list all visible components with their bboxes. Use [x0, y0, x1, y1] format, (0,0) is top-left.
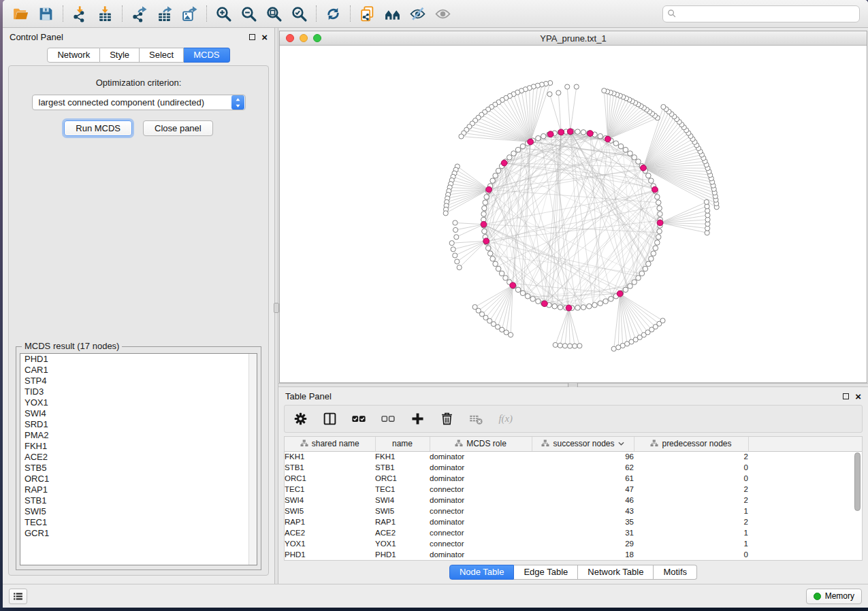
network-node[interactable]: [636, 159, 641, 165]
column-header-name[interactable]: name: [375, 437, 430, 451]
network-node[interactable]: [649, 178, 654, 184]
show-all-button[interactable]: [430, 2, 455, 25]
network-node[interactable]: [575, 129, 581, 135]
float-panel-icon[interactable]: [249, 34, 255, 40]
save-button[interactable]: [33, 2, 59, 25]
network-node[interactable]: [575, 306, 581, 311]
network-node[interactable]: [443, 211, 448, 216]
network-node[interactable]: [639, 271, 645, 276]
network-node[interactable]: [632, 155, 637, 161]
network-node[interactable]: [623, 147, 628, 152]
network-node[interactable]: [457, 265, 462, 270]
task-history-button[interactable]: [9, 589, 27, 604]
network-node[interactable]: [649, 257, 654, 262]
column-header-shared-name[interactable]: shared name: [285, 437, 375, 451]
mcds-result-item[interactable]: SRD1: [20, 419, 257, 430]
network-view-titlebar[interactable]: YPA_prune.txt_1: [280, 31, 867, 46]
network-node[interactable]: [520, 291, 526, 296]
mcds-dominator-node[interactable]: [652, 186, 658, 193]
result-scrollbar[interactable]: [248, 354, 257, 565]
network-node[interactable]: [646, 261, 652, 267]
table-row[interactable]: FKH1FKH1dominator962: [285, 451, 862, 462]
mcds-dominator-node[interactable]: [588, 131, 594, 137]
mcds-result-item[interactable]: PMA2: [20, 430, 257, 441]
mcds-result-item[interactable]: GCR1: [20, 528, 257, 539]
add-button[interactable]: [408, 410, 426, 428]
hide-selected-button[interactable]: [405, 2, 430, 25]
network-node[interactable]: [536, 299, 541, 304]
network-node[interactable]: [636, 276, 641, 281]
export-image-button[interactable]: [177, 2, 202, 25]
column-header-successor-nodes[interactable]: successor nodes: [532, 437, 634, 451]
network-canvas[interactable]: [280, 46, 867, 382]
network-node[interactable]: [525, 294, 530, 299]
tab-style[interactable]: Style: [100, 48, 140, 63]
mcds-dominator-node[interactable]: [486, 186, 492, 193]
run-mcds-button[interactable]: Run MCDS: [64, 120, 132, 136]
table-row[interactable]: SWI5SWI5connector431: [285, 506, 862, 516]
network-node[interactable]: [581, 305, 586, 310]
refresh-button[interactable]: [321, 2, 346, 25]
mcds-result-item[interactable]: PHD1: [20, 354, 257, 365]
network-node[interactable]: [592, 302, 598, 308]
search-input[interactable]: [680, 9, 855, 18]
network-node[interactable]: [453, 220, 457, 225]
zoom-fit-button[interactable]: [261, 2, 287, 25]
close-panel-icon[interactable]: ×: [261, 34, 268, 40]
import-table-button[interactable]: [93, 2, 118, 25]
network-node[interactable]: [552, 303, 558, 309]
memory-button[interactable]: Memory: [806, 589, 862, 604]
network-node[interactable]: [655, 195, 660, 200]
network-node[interactable]: [515, 287, 521, 293]
network-node[interactable]: [628, 151, 633, 156]
network-node[interactable]: [657, 205, 662, 211]
deselect-all-button[interactable]: [379, 410, 397, 428]
network-node[interactable]: [577, 344, 582, 348]
gear-button[interactable]: [291, 410, 309, 428]
network-node[interactable]: [536, 135, 541, 141]
network-node[interactable]: [485, 246, 491, 251]
network-node[interactable]: [603, 299, 609, 304]
network-node[interactable]: [628, 284, 633, 289]
mcds-dominator-node[interactable]: [641, 165, 647, 171]
close-panel-icon[interactable]: ×: [855, 393, 861, 399]
network-node[interactable]: [653, 246, 658, 251]
network-node[interactable]: [541, 133, 547, 139]
mcds-result-item[interactable]: CAR1: [20, 365, 257, 376]
mcds-dominator-node[interactable]: [605, 136, 611, 142]
mcds-dominator-node[interactable]: [481, 221, 487, 227]
network-node[interactable]: [547, 92, 552, 97]
search-box[interactable]: [662, 5, 860, 22]
delete-button[interactable]: [438, 410, 455, 428]
network-node[interactable]: [503, 276, 509, 281]
network-node[interactable]: [632, 280, 637, 285]
mcds-result-item[interactable]: ACE2: [20, 452, 257, 463]
column-header-predecessor-nodes[interactable]: predecessor nodes: [634, 437, 748, 451]
network-node[interactable]: [656, 235, 661, 240]
network-node[interactable]: [453, 227, 458, 232]
network-node[interactable]: [573, 344, 577, 348]
network-node[interactable]: [657, 229, 662, 234]
optimization-criterion-select[interactable]: largest connected component (undirected): [32, 95, 246, 110]
network-node[interactable]: [704, 199, 709, 204]
table-row[interactable]: STB1STB1dominator620: [285, 462, 862, 473]
network-node[interactable]: [459, 134, 464, 139]
network-node[interactable]: [651, 251, 656, 257]
table-row[interactable]: PHD1PHD1dominator180: [285, 549, 862, 560]
network-node[interactable]: [449, 241, 454, 246]
network-node[interactable]: [454, 235, 459, 240]
mcds-result-item[interactable]: ORC1: [20, 474, 257, 484]
mcds-result-item[interactable]: STP4: [20, 376, 257, 386]
zoom-in-button[interactable]: [211, 2, 236, 25]
network-node[interactable]: [484, 195, 489, 200]
network-node[interactable]: [613, 141, 619, 146]
network-node[interactable]: [451, 247, 455, 252]
zoom-out-button[interactable]: [236, 2, 261, 25]
mcds-result-item[interactable]: TEC1: [20, 517, 257, 528]
network-node[interactable]: [643, 266, 648, 271]
network-node[interactable]: [504, 330, 509, 335]
network-node[interactable]: [530, 297, 536, 302]
network-node[interactable]: [556, 90, 561, 95]
import-network-button[interactable]: [67, 2, 93, 25]
zoom-selected-button[interactable]: [287, 2, 312, 25]
